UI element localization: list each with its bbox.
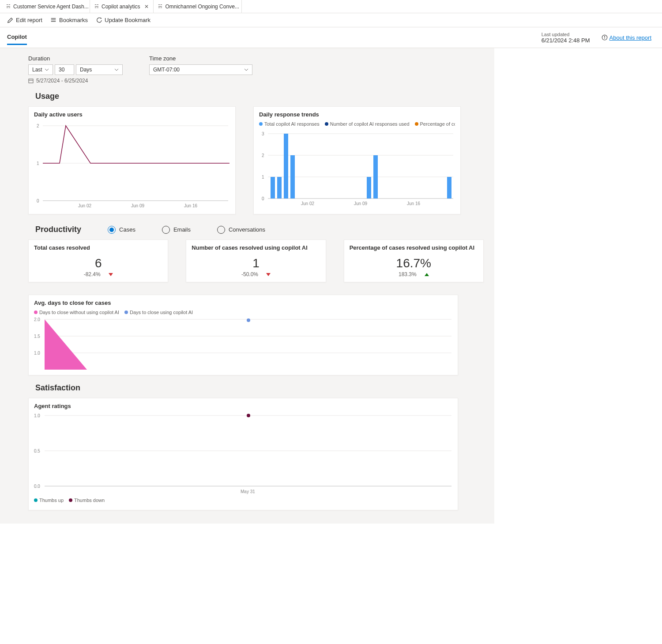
legend-dot [259, 122, 263, 126]
svg-text:0.0: 0.0 [34, 484, 40, 489]
svg-rect-26 [367, 177, 371, 198]
radio-circle-icon [108, 226, 116, 234]
report-toolbar: Edit report Bookmarks Update Bookmark [0, 13, 662, 27]
timezone-filter: Time zone GMT-07:00 [149, 55, 252, 84]
last-updated-value: 6/21/2024 2:48 PM [542, 37, 590, 44]
radio-conversations[interactable]: Conversations [217, 226, 265, 234]
svg-rect-28 [447, 177, 451, 198]
last-updated: Last updated 6/21/2024 2:48 PM [542, 32, 590, 44]
x-tick-label: May 31 [241, 489, 255, 494]
chevron-down-icon [244, 67, 248, 72]
metric-delta-text: -50.0% [241, 271, 258, 277]
daily-response-trends-card: Daily response trends Total copilot AI r… [253, 106, 461, 214]
toolbar-label: Bookmarks [59, 17, 88, 23]
bookmarks-button[interactable]: Bookmarks [50, 17, 88, 23]
tab-customer-service-dash[interactable]: ☵ Customer Service Agent Dash... [2, 0, 90, 13]
duration-unit-dropdown[interactable]: Days [76, 64, 123, 75]
legend-dot [69, 498, 72, 502]
calendar-icon [28, 78, 34, 83]
svg-point-2 [604, 36, 605, 37]
metric-title: Number of cases resolved using copilot A… [192, 244, 320, 251]
dropdown-value: GMT-07:00 [153, 67, 180, 73]
update-bookmark-button[interactable]: Update Bookmark [96, 17, 150, 23]
svg-text:Jun 09: Jun 09 [131, 203, 144, 208]
close-icon[interactable]: ✕ [144, 4, 149, 10]
metric-cases-resolved-copilot: Number of cases resolved using copilot A… [186, 240, 326, 282]
filters-row: Duration Last 30 Days 5/27/2024 - 6/25/2… [28, 55, 484, 84]
productivity-header: Productivity Cases Emails Conversations [35, 225, 484, 234]
legend-label: Days to close using copilot AI [130, 310, 193, 315]
svg-rect-27 [373, 155, 378, 198]
legend-label: Percentage of copilot AI respo... [420, 121, 455, 127]
agent-ratings-chart[interactable]: 1.0 0.5 0.0 May 31 [34, 413, 452, 495]
radio-emails[interactable]: Emails [162, 226, 191, 234]
svg-text:2: 2 [37, 124, 39, 128]
metric-pct-resolved-copilot: Percentage of cases resolved using copil… [344, 240, 484, 282]
dropdown-value: Last [32, 67, 42, 73]
card-title: Daily active users [34, 111, 230, 118]
date-range-text: 5/27/2024 - 6/25/2024 [36, 78, 88, 84]
duration-label: Duration [28, 55, 123, 62]
sub-header-right: Last updated 6/21/2024 2:48 PM About thi… [542, 32, 651, 44]
svg-text:3: 3 [262, 131, 264, 136]
info-icon [602, 34, 608, 41]
duration-filter: Duration Last 30 Days 5/27/2024 - 6/25/2… [28, 55, 123, 84]
productivity-radio-group: Cases Emails Conversations [108, 226, 265, 234]
svg-text:Jun 02: Jun 02 [301, 201, 314, 206]
report-icon: ☵ [158, 4, 162, 9]
avg-days-chart[interactable]: 2.0 1.5 1.0 [34, 318, 452, 371]
legend-label: Thumbs down [74, 498, 105, 503]
radio-label: Emails [173, 226, 191, 233]
metric-value: 16.7% [350, 256, 478, 270]
legend-label: Thumbs up [39, 498, 64, 503]
legend-dot [415, 122, 418, 126]
toolbar-label: Update Bookmark [105, 17, 150, 23]
metric-total-cases-resolved: Total cases resolved 6 -82.4% [28, 240, 168, 282]
daily-response-trends-chart[interactable]: 3 2 1 0 Jun 02 Jun 09 Jun 1 [259, 129, 455, 208]
daily-active-users-chart[interactable]: 2 1 0 Jun 02 Jun 09 Jun 16 [34, 121, 230, 210]
timezone-dropdown[interactable]: GMT-07:00 [149, 64, 252, 75]
dropdown-value: Days [80, 67, 92, 73]
legend-dot [34, 498, 38, 502]
about-link-text: About this report [609, 34, 651, 41]
tab-copilot-analytics[interactable]: ☵ Copilot analytics ✕ [90, 0, 154, 13]
tab-omnichannel-ongoing[interactable]: ☵ Omnichannel Ongoing Conve... [154, 0, 242, 13]
chart-legend: Thumbs up Thumbs down [34, 498, 452, 503]
edit-report-button[interactable]: Edit report [7, 17, 42, 23]
radio-label: Cases [119, 226, 135, 233]
svg-rect-3 [29, 79, 33, 83]
svg-point-39 [247, 318, 250, 322]
svg-text:0.5: 0.5 [34, 449, 40, 453]
report-page-tab-copilot[interactable]: Copilot [7, 30, 27, 45]
svg-text:2.0: 2.0 [34, 318, 40, 322]
svg-text:1.5: 1.5 [34, 334, 40, 339]
metric-delta-text: -82.4% [84, 271, 101, 277]
svg-text:1.0: 1.0 [34, 351, 40, 356]
radio-circle-icon [217, 226, 225, 234]
svg-marker-38 [45, 319, 87, 370]
svg-rect-24 [284, 134, 288, 198]
productivity-metrics-row: Total cases resolved 6 -82.4% Number of … [28, 240, 484, 282]
svg-text:1.0: 1.0 [34, 413, 40, 418]
toolbar-label: Edit report [16, 17, 42, 23]
legend-dot [124, 311, 128, 314]
metric-delta-text: 183.3% [399, 271, 417, 277]
radio-cases[interactable]: Cases [108, 226, 135, 234]
about-report-link[interactable]: About this report [602, 34, 651, 41]
legend-dot [325, 122, 328, 126]
duration-mode-dropdown[interactable]: Last [28, 64, 53, 75]
metric-title: Percentage of cases resolved using copil… [350, 244, 478, 251]
report-icon: ☵ [94, 4, 99, 9]
last-updated-label: Last updated [542, 32, 590, 37]
bookmark-icon [50, 17, 56, 23]
chart-legend: Total copilot AI responses Number of cop… [259, 121, 455, 127]
metric-value: 1 [192, 256, 320, 270]
date-range-display: 5/27/2024 - 6/25/2024 [28, 78, 123, 84]
input-value: 30 [59, 67, 64, 73]
svg-text:Jun 02: Jun 02 [78, 203, 91, 208]
radio-circle-icon [162, 226, 170, 234]
duration-value-input[interactable]: 30 [55, 64, 74, 75]
chart-legend: Days to close without using copilot AI D… [34, 310, 452, 315]
svg-text:2: 2 [262, 153, 264, 158]
avg-days-to-close-card: Avg. days to close for cases Days to clo… [28, 295, 458, 375]
